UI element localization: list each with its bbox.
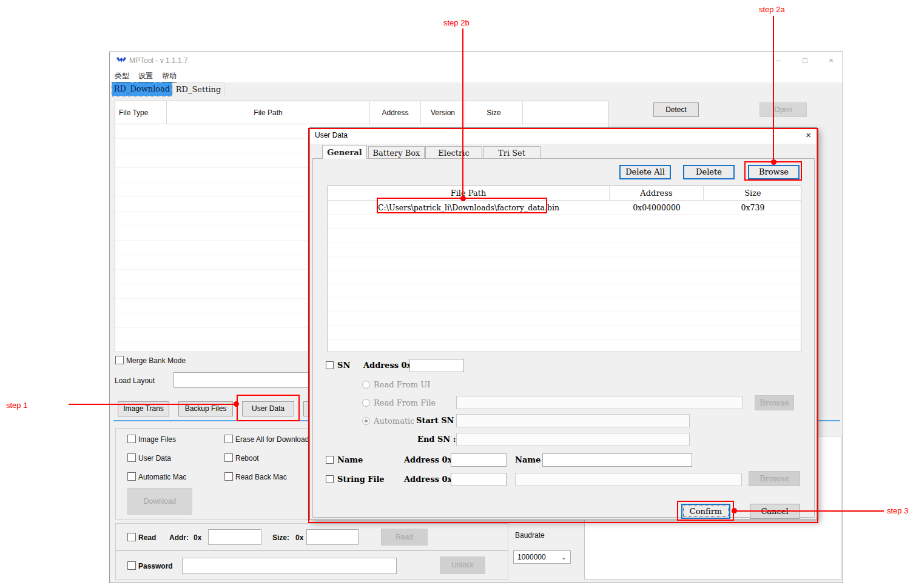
automatic-label: Automatic (374, 416, 415, 426)
dialog-col-file-path: File Path (328, 186, 610, 201)
delete-all-button[interactable]: Delete All (619, 165, 671, 179)
menu-settings[interactable]: 设置 (138, 71, 153, 82)
read-addr-input[interactable] (208, 529, 261, 545)
sn-browse-button: Browse (755, 395, 794, 410)
image-trans-button[interactable]: Image Trans (118, 401, 169, 416)
name-checkbox[interactable] (326, 456, 334, 464)
maximize-button[interactable]: □ (792, 52, 818, 69)
name-value-label: Name (515, 455, 541, 464)
address-cell[interactable]: 0x04000000 (610, 201, 704, 215)
end-sn-input (456, 433, 690, 446)
window-title: MPTool - v 1.1.1.7 (129, 56, 188, 65)
image-files-label: Image Files (138, 435, 176, 444)
cancel-button[interactable]: Cancel (750, 504, 800, 519)
size-0x: 0x (295, 533, 303, 542)
dialog-tab-tri-set[interactable]: Tri Set (483, 146, 541, 159)
annotation-label-step2b: step 2b (443, 18, 470, 27)
menu-help[interactable]: 帮助 (162, 71, 177, 82)
baudrate-label: Baudrate (515, 531, 545, 540)
sn-label: SN (337, 361, 350, 370)
read-from-file-label: Read From File (374, 398, 436, 407)
automatic-mac-checkbox[interactable] (127, 472, 136, 481)
merge-bank-mode-label: Merge Bank Mode (126, 356, 186, 365)
start-sn-input (456, 414, 690, 427)
read-label: Read (138, 533, 156, 542)
name-value-input[interactable] (542, 453, 692, 467)
browse-button[interactable]: Browse (748, 165, 800, 179)
read-checkbox[interactable] (127, 533, 136, 541)
dialog-col-size: Size (704, 186, 802, 201)
chevron-down-icon: ⌄ (561, 551, 567, 563)
user-data-checkbox[interactable] (127, 453, 136, 462)
size-cell[interactable]: 0x739 (704, 201, 802, 215)
screenshot-root: MPTool - v 1.1.1.7 – □ × 类型 设置 帮助 RD_Dow… (0, 0, 916, 588)
name-label: Name (337, 455, 363, 464)
col-file-type: File Type (115, 101, 167, 124)
dialog-table-header: File Path Address Size (328, 186, 801, 201)
baudrate-value: 1000000 (517, 553, 546, 561)
file-table-header: File Type File Path Address Version Size (115, 101, 608, 124)
dialog-close-icon[interactable]: × (806, 130, 811, 140)
read-from-ui-label: Read From UI (374, 380, 430, 389)
sn-address-label: Address 0x (363, 361, 411, 370)
read-size-input[interactable] (306, 529, 359, 545)
dialog-col-address: Address (610, 186, 704, 201)
read-from-file-radio (362, 399, 370, 407)
automatic-radio (362, 417, 370, 425)
user-data-dialog: User Data × General Battery Box Electric… (309, 127, 817, 520)
col-file-path: File Path (167, 101, 370, 124)
title-bar: MPTool - v 1.1.1.7 – □ × (110, 52, 843, 69)
automatic-mac-label: Automatic Mac (138, 473, 186, 481)
col-size: Size (465, 101, 523, 124)
addr-label: Addr: (169, 533, 189, 542)
file-path-cell[interactable]: C:\Users\patrick_li\Downloads\factory_da… (328, 201, 610, 215)
tab-rd-setting[interactable]: RD_Setting (172, 82, 224, 96)
unlock-button: Unlock (440, 556, 485, 574)
read-back-mac-checkbox[interactable] (224, 472, 233, 481)
annotation-label-step3: step 3 (887, 506, 908, 515)
minimize-button[interactable]: – (765, 52, 792, 69)
col-version: Version (421, 101, 465, 124)
dialog-file-table: File Path Address Size C:\Users\patrick_… (327, 185, 801, 352)
close-button[interactable]: × (818, 52, 844, 69)
erase-all-label: Erase All for Download (235, 435, 309, 444)
dialog-tab-general[interactable]: General (322, 145, 367, 159)
dialog-tab-electric-meter[interactable]: Electric Meter (425, 146, 482, 159)
name-address-input[interactable] (451, 453, 507, 467)
dialog-title-bar: User Data × (310, 128, 817, 144)
name-address-label: Address 0x (404, 455, 452, 464)
menu-type[interactable]: 类型 (115, 71, 129, 82)
tab-rd-download[interactable]: RD_Download (112, 82, 172, 96)
annotation-label-step2a: step 2a (759, 5, 785, 14)
string-file-path-input (515, 473, 742, 486)
string-file-address-input[interactable] (451, 473, 507, 486)
user-data-button[interactable]: User Data (242, 401, 294, 416)
read-from-file-input (456, 396, 743, 409)
annotation-label-step1: step 1 (6, 401, 27, 410)
reboot-checkbox[interactable] (224, 453, 233, 462)
delete-button[interactable]: Delete (683, 165, 735, 179)
backup-files-button[interactable]: Backup Files (178, 401, 233, 416)
password-label: Password (138, 562, 173, 570)
detect-button[interactable]: Detect (653, 102, 699, 117)
sn-address-input[interactable] (409, 359, 464, 372)
read-button: Read (381, 529, 428, 546)
dialog-table-body[interactable] (328, 201, 801, 352)
merge-bank-mode-checkbox[interactable] (115, 356, 124, 364)
col-extra (523, 101, 609, 124)
erase-all-checkbox[interactable] (224, 435, 233, 443)
baudrate-dropdown[interactable]: 1000000 ⌄ (513, 550, 571, 564)
password-input[interactable] (182, 558, 397, 574)
download-button: Download (127, 488, 192, 515)
string-file-label: String File (337, 475, 385, 484)
sn-checkbox[interactable] (326, 361, 334, 369)
addr-0x: 0x (194, 533, 201, 542)
image-files-checkbox[interactable] (127, 435, 136, 443)
string-file-checkbox[interactable] (326, 475, 334, 483)
confirm-button[interactable]: Confirm (681, 504, 730, 519)
reboot-label: Reboot (235, 454, 259, 463)
dialog-tab-battery-box[interactable]: Battery Box (368, 146, 425, 159)
app-icon (116, 56, 127, 65)
password-checkbox[interactable] (127, 561, 136, 570)
string-file-browse-button: Browse (749, 471, 800, 486)
